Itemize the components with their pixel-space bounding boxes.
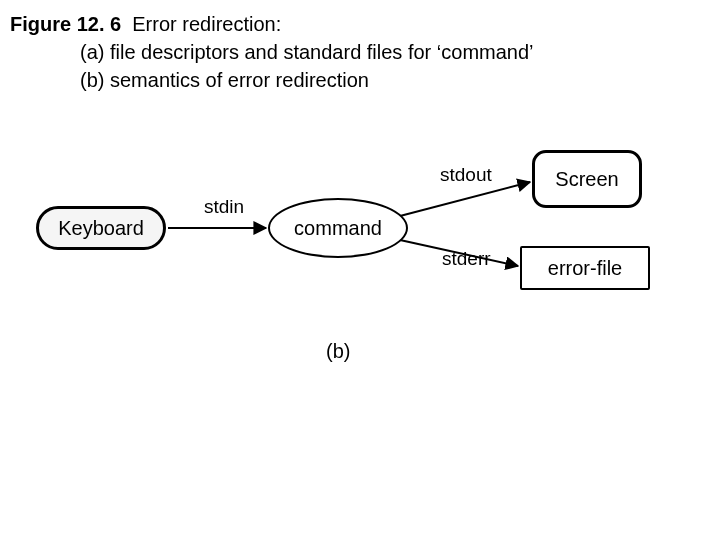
- node-screen: Screen: [532, 150, 642, 208]
- panel-label-b: (b): [326, 340, 350, 363]
- figure-number: Figure 12. 6: [10, 13, 121, 35]
- figure-caption: Figure 12. 6 Error redirection: (a) file…: [0, 0, 720, 94]
- edge-label-stderr: stderr: [442, 248, 491, 270]
- caption-line-b: (b) semantics of error redirection: [10, 66, 710, 94]
- caption-line-a: (a) file descriptors and standard files …: [10, 38, 710, 66]
- node-errorfile: error-file: [520, 246, 650, 290]
- node-command: command: [268, 198, 408, 258]
- figure-title-text: Error redirection:: [132, 13, 281, 35]
- node-keyboard: Keyboard: [36, 206, 166, 250]
- edge-label-stdout: stdout: [440, 164, 492, 186]
- edge-stdout: [400, 182, 530, 216]
- node-errorfile-label: error-file: [548, 257, 622, 280]
- node-keyboard-label: Keyboard: [58, 217, 144, 240]
- node-screen-label: Screen: [555, 168, 618, 191]
- edge-label-stdin: stdin: [204, 196, 244, 218]
- diagram-stage: Keyboard command Screen error-file stdin…: [0, 150, 720, 450]
- node-command-label: command: [294, 217, 382, 240]
